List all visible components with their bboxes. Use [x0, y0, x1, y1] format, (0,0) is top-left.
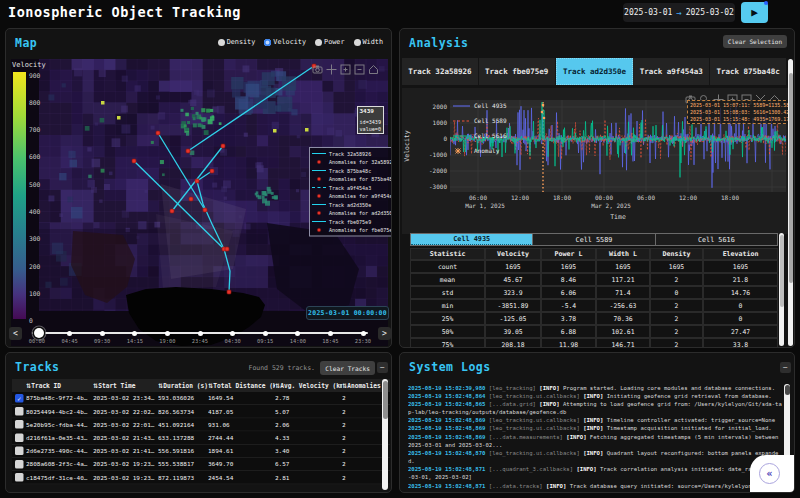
layer-option-power[interactable]: Power	[315, 38, 344, 46]
tracks-header-cell[interactable]: ⇅Total Distance (k	[208, 382, 275, 390]
home-icon[interactable]	[368, 60, 379, 71]
radio-icon[interactable]	[218, 39, 225, 46]
table-row[interactable]: ✓875ba48c-9f72-4b…2025-03-02 23:34…593.0…	[12, 392, 390, 405]
logs-scrollbar[interactable]	[784, 384, 790, 458]
svg-text:900: 900	[29, 72, 41, 79]
log-output[interactable]: 2025-08-19 15:02:39,980 [leo_tracking] […	[408, 384, 783, 492]
track-start: 2025-03-02 22:02…	[93, 405, 158, 417]
legend-item[interactable]: Track 32a58926	[312, 151, 392, 157]
legend-label: Anomalies for ad2d350e	[329, 210, 392, 216]
legend-item[interactable]: Track a9f454a3	[312, 185, 392, 191]
legend-item[interactable]: Anomalies for fbe075e9	[312, 227, 392, 233]
timeline-tick[interactable]	[295, 331, 300, 336]
table-row[interactable]: 5e20b95c-fdba-44…2025-03-02 22:01…451.09…	[12, 418, 390, 431]
cell-tab[interactable]: Cell 4935	[411, 234, 533, 245]
track-tab[interactable]: Track ad2d350e	[556, 58, 634, 85]
track-tab[interactable]: Track 32a58926	[402, 58, 479, 85]
row-checkbox[interactable]	[15, 460, 24, 469]
timeline-handle[interactable]	[34, 328, 44, 338]
log-level: [INFO]	[539, 385, 563, 392]
svg-text:12:00: 12:00	[679, 194, 697, 201]
timeline-tick[interactable]	[230, 331, 235, 336]
legend-item[interactable]: Anomalies for 32a58926	[312, 159, 392, 165]
tracks-header-cell[interactable]: ⇅Duration (s)	[158, 382, 208, 390]
legend-item[interactable]: Track ad2d350e	[312, 202, 392, 208]
clear-selection-button[interactable]: Clear Selection	[723, 35, 787, 48]
timeline-tick[interactable]	[100, 331, 105, 336]
track-velocity: 2.81	[275, 471, 342, 483]
timeline-tick[interactable]	[328, 331, 333, 336]
tracks-scrollbar[interactable]	[382, 379, 388, 490]
legend-item[interactable]: Anomalies for 875ba48c	[312, 176, 392, 182]
radio-icon[interactable]	[264, 39, 271, 46]
clear-tracks-button[interactable]: Clear Tracks	[320, 361, 375, 375]
table-row[interactable]: 2808a608-2f3c-4a…2025-03-02 19:23…555.53…	[12, 458, 390, 471]
track-id: d216f61a-0e35-43…	[26, 432, 93, 444]
tracks-header-cell[interactable]: ⇅Track ID	[26, 382, 93, 390]
tracks-header-cell[interactable]: ⇅Anomalies	[342, 382, 382, 390]
log-level: [INFO]	[583, 425, 607, 432]
date-end-input[interactable]: 2025-03-02	[686, 8, 734, 17]
stats-header-cell: Width L	[596, 248, 650, 260]
track-duration: 872.119873	[158, 471, 208, 483]
svg-text:600: 600	[29, 153, 41, 160]
debug-collapse-button[interactable]: «	[759, 463, 780, 484]
map-legend[interactable]: Track 32a58926Anomalies for 32a58926Trac…	[309, 147, 392, 237]
timeline-prev-button[interactable]: <	[9, 327, 22, 340]
tracks-header-cell[interactable]: ⇅Avg. Velocity (km,	[275, 382, 342, 390]
tracks-header-cell[interactable]: ⇅Start Time	[93, 382, 158, 390]
play-button[interactable]: ▶	[741, 2, 768, 23]
annotation-line: 2025-03-01 15:07:11: 5589=1135.58	[690, 102, 788, 109]
row-checkbox[interactable]	[15, 407, 24, 416]
timeline-tick[interactable]	[132, 331, 137, 336]
timeline-tick[interactable]	[165, 331, 170, 336]
table-row[interactable]: c18475df-31ce-40…2025-03-02 19:23…872.11…	[12, 471, 390, 484]
table-row[interactable]: 2d6e2735-490c-44…2025-03-02 21:41…556.59…	[12, 445, 390, 458]
radio-icon[interactable]	[354, 39, 361, 46]
date-range-picker[interactable]: 2025-03-01 → 2025-03-02	[623, 3, 735, 22]
timeline-next-button[interactable]: >	[378, 327, 391, 340]
cell-tab[interactable]: Cell 5616	[656, 234, 777, 245]
pan-icon[interactable]	[326, 60, 337, 71]
stats-cell: 75%	[410, 338, 485, 348]
timeline-tick[interactable]	[67, 331, 72, 336]
legend-item[interactable]: Track fbe075e9	[312, 219, 392, 225]
table-row[interactable]: d216f61a-0e35-43…2025-03-02 21:43…633.13…	[12, 432, 390, 445]
layer-option-width[interactable]: Width	[354, 38, 383, 46]
zoom-in-icon[interactable]	[340, 60, 351, 71]
timeline-tick-label: 18:45	[322, 338, 338, 345]
row-checkbox[interactable]	[15, 473, 24, 482]
track-duration: 826.563734	[158, 405, 208, 417]
timeline-tick[interactable]	[361, 331, 366, 336]
camera-icon[interactable]	[312, 60, 323, 71]
legend-item[interactable]: Anomalies for ad2d350e	[312, 210, 392, 216]
cell-tab[interactable]: Cell 5589	[533, 234, 655, 245]
logs-minimize-button[interactable]: −	[780, 362, 791, 373]
stats-scrollbar[interactable]	[779, 233, 784, 346]
row-checkbox[interactable]: ✓	[15, 394, 24, 403]
log-timestamp: 2025-08-19 15:02:48,869	[408, 425, 489, 432]
row-checkbox[interactable]	[15, 420, 24, 429]
row-checkbox[interactable]	[15, 433, 24, 442]
row-checkbox-cell	[12, 445, 26, 457]
timeline-slider[interactable]	[32, 332, 368, 334]
stats-cell: 2	[650, 325, 703, 338]
tracks-minimize-button[interactable]: −	[377, 362, 388, 373]
analysis-scrollbar[interactable]	[788, 59, 793, 346]
row-checkbox[interactable]	[15, 447, 24, 456]
radio-icon[interactable]	[315, 39, 322, 46]
legend-item[interactable]: Anomalies for a9f454a3	[312, 193, 392, 199]
track-tab[interactable]: Track fbe075e9	[479, 58, 556, 85]
zoom-out-icon[interactable]	[354, 60, 365, 71]
layer-option-density[interactable]: Density	[218, 38, 256, 46]
legend-item[interactable]: Track 875ba48c	[312, 168, 392, 174]
track-tab[interactable]: Track a9f454a3	[633, 58, 710, 85]
stats-cell: 0	[703, 299, 778, 312]
track-tab[interactable]: Track 875ba48c	[710, 58, 787, 85]
layer-option-velocity[interactable]: Velocity	[264, 38, 306, 46]
log-level: [INFO]	[583, 417, 607, 424]
timeline-tick[interactable]	[198, 331, 203, 336]
date-start-input[interactable]: 2025-03-01	[624, 8, 672, 17]
timeline-tick[interactable]	[263, 331, 268, 336]
table-row[interactable]: 80254494-4bc2-4b…2025-03-02 22:02…826.56…	[12, 405, 390, 418]
